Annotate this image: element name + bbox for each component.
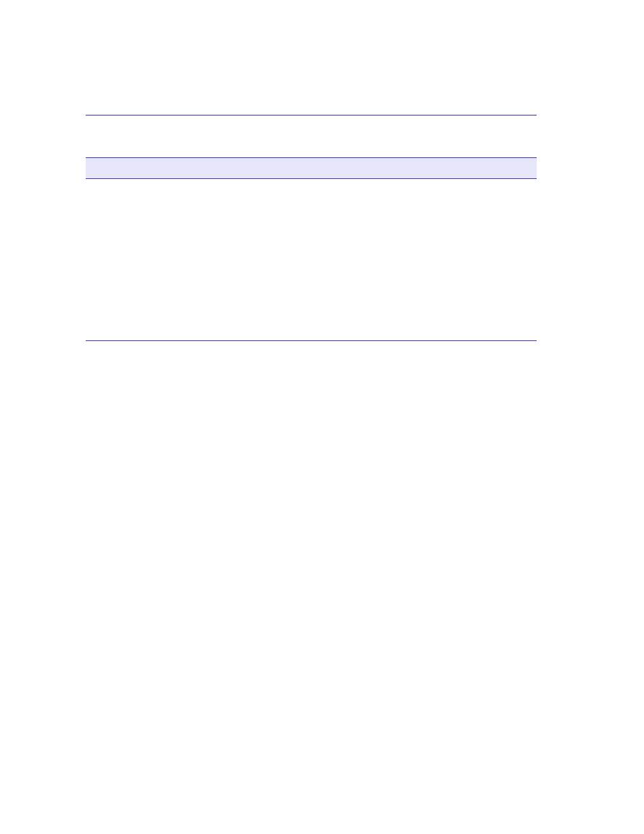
horizontal-rule-top [86, 115, 537, 115]
highlighted-band [86, 157, 537, 179]
horizontal-rule-bottom [86, 340, 537, 341]
